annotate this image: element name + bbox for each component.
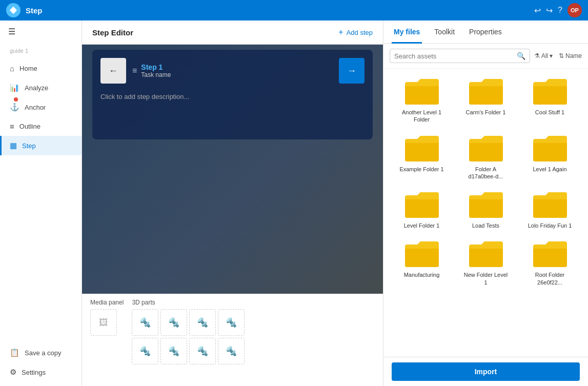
import-button[interactable]: Import bbox=[392, 362, 580, 381]
folder-icon bbox=[468, 77, 504, 106]
back-icon: ← bbox=[109, 66, 118, 76]
parts-panel-section: 3D parts 🔩 🔩 🔩 🔩 🔩 🔩 🔩 🔩 bbox=[132, 299, 245, 381]
folder-item[interactable]: Root Folder 26e0f22... bbox=[520, 237, 580, 288]
folder-name: Carm's Folder 1 bbox=[466, 109, 506, 116]
save-copy-icon: 📋 bbox=[10, 348, 19, 357]
folder-icon bbox=[532, 190, 568, 219]
folder-icon bbox=[404, 190, 440, 219]
sidebar-item-label: Analyze bbox=[25, 84, 48, 92]
search-input[interactable] bbox=[394, 52, 514, 60]
home-icon: ⌂ bbox=[10, 64, 14, 73]
folder-icon bbox=[404, 77, 440, 106]
step-task-name: Task name bbox=[141, 71, 171, 78]
folder-name: Root Folder 26e0f22... bbox=[527, 271, 573, 286]
forward-button[interactable]: → bbox=[339, 58, 364, 84]
folder-icon bbox=[468, 134, 504, 162]
parts-item-8[interactable]: 🔩 bbox=[218, 338, 245, 364]
sidebar-item-settings[interactable]: ⚙ Settings bbox=[0, 362, 82, 382]
part-icon-5: 🔩 bbox=[139, 346, 151, 357]
sidebar-settings-label: Settings bbox=[22, 369, 46, 376]
sidebar-item-save-copy[interactable]: 📋 Save a copy bbox=[0, 343, 82, 362]
parts-label: 3D parts bbox=[132, 299, 245, 306]
back-button[interactable]: ← bbox=[100, 58, 126, 84]
step-card: ← ≡ Step 1 Task name → Click to add step… bbox=[92, 50, 373, 139]
parts-item-2[interactable]: 🔩 bbox=[160, 309, 187, 336]
add-step-label: Add step bbox=[347, 29, 373, 36]
anchor-dot bbox=[14, 97, 18, 101]
plus-icon: + bbox=[338, 28, 343, 37]
tab-toolkit[interactable]: Toolkit bbox=[432, 21, 457, 44]
user-avatar[interactable]: OP bbox=[567, 3, 582, 17]
editor-header: Step Editor + Add step bbox=[82, 21, 383, 45]
svg-point-0 bbox=[11, 8, 15, 12]
sidebar-item-outline[interactable]: ≡ Outline bbox=[0, 117, 82, 136]
panel-tabs: My files Toolkit Properties bbox=[383, 21, 588, 44]
media-panel-label: Media panel bbox=[90, 299, 124, 306]
part-icon-3: 🔩 bbox=[197, 317, 208, 328]
sidebar: ☰ guide 1 ⌂ Home 📊 Analyze ⚓ Anchor ≡ Ou… bbox=[0, 21, 82, 386]
folder-item[interactable]: Load Tests bbox=[456, 188, 516, 231]
folder-icon bbox=[404, 134, 440, 162]
folder-item[interactable]: Manufacturing bbox=[392, 237, 452, 288]
folder-item[interactable]: Another Level 1 Folder bbox=[392, 75, 452, 126]
folder-name: Load Tests bbox=[472, 222, 499, 229]
folder-name: Level Folder 1 bbox=[404, 222, 440, 229]
step-canvas: ← ≡ Step 1 Task name → Click to add step… bbox=[82, 45, 383, 386]
app-logo bbox=[6, 3, 21, 17]
center-content: Step Editor + Add step ← ≡ Step 1 Tas bbox=[82, 21, 383, 386]
parts-item-3[interactable]: 🔩 bbox=[189, 309, 216, 336]
tab-properties[interactable]: Properties bbox=[467, 21, 504, 44]
redo-icon[interactable]: ↪ bbox=[546, 6, 553, 15]
folder-name: Level 1 Again bbox=[533, 166, 566, 173]
folder-item[interactable]: New Folder Level 1 bbox=[456, 237, 516, 288]
parts-item-1[interactable]: 🔩 bbox=[132, 309, 158, 336]
step-list-icon: ≡ bbox=[132, 66, 137, 75]
filter-dropdown-icon: ▾ bbox=[550, 52, 553, 59]
part-icon-2: 🔩 bbox=[168, 317, 179, 328]
parts-item-4[interactable]: 🔩 bbox=[218, 309, 245, 336]
folder-item[interactable]: Level 1 Again bbox=[520, 132, 580, 182]
parts-item-7[interactable]: 🔩 bbox=[189, 338, 216, 364]
filter-all-button[interactable]: ⚗ All ▾ bbox=[534, 52, 553, 59]
search-icon: 🔍 bbox=[517, 52, 525, 60]
folder-item[interactable]: Carm's Folder 1 bbox=[456, 75, 516, 126]
help-icon[interactable]: ? bbox=[558, 6, 562, 15]
tab-my-files[interactable]: My files bbox=[392, 21, 422, 44]
parts-item-6[interactable]: 🔩 bbox=[160, 338, 187, 364]
folder-item[interactable]: Level Folder 1 bbox=[392, 188, 452, 231]
step-number: Step 1 bbox=[141, 63, 171, 71]
anchor-icon: ⚓ bbox=[10, 103, 19, 112]
filter-name-button[interactable]: ⇅ Name bbox=[559, 52, 582, 59]
folder-item[interactable]: Lolo Friday Fun 1 bbox=[520, 188, 580, 231]
folder-item[interactable]: Folder A d17a0bee-d... bbox=[456, 132, 516, 182]
add-step-button[interactable]: + Add step bbox=[338, 28, 373, 37]
part-icon-8: 🔩 bbox=[226, 346, 237, 357]
sidebar-item-home[interactable]: ⌂ Home bbox=[0, 59, 82, 78]
step-info: ≡ Step 1 Task name bbox=[126, 63, 339, 78]
media-panel-section: Media panel 🖼 bbox=[90, 299, 124, 381]
step-description[interactable]: Click to add step description... bbox=[100, 89, 364, 131]
sidebar-item-anchor[interactable]: ⚓ Anchor bbox=[0, 97, 82, 117]
folder-name: New Folder Level 1 bbox=[463, 271, 509, 286]
search-row: 🔍 ⚗ All ▾ ⇅ Name bbox=[383, 44, 588, 69]
folder-item[interactable]: Example Folder 1 bbox=[392, 132, 452, 182]
sidebar-item-analyze[interactable]: 📊 Analyze bbox=[0, 78, 82, 97]
sidebar-item-step[interactable]: ▦ Step bbox=[0, 136, 82, 155]
folder-name: Folder A d17a0bee-d... bbox=[463, 166, 509, 180]
undo-icon[interactable]: ↩ bbox=[534, 6, 541, 15]
analyze-icon: 📊 bbox=[10, 83, 19, 92]
folder-icon bbox=[532, 239, 568, 268]
folder-icon bbox=[404, 239, 440, 268]
folder-item[interactable]: Cool Stuff 1 bbox=[520, 75, 580, 126]
file-grid: Another Level 1 Folder Carm's Folder 1 C… bbox=[383, 69, 588, 357]
topbar-actions: ↩ ↪ ? OP bbox=[534, 3, 582, 17]
part-icon-1: 🔩 bbox=[139, 317, 151, 328]
sidebar-item-label: Step bbox=[22, 142, 36, 150]
folder-icon bbox=[468, 239, 504, 268]
sidebar-toggle[interactable]: ☰ bbox=[0, 21, 82, 43]
media-panel-item[interactable]: 🖼 bbox=[90, 309, 117, 336]
parts-item-5[interactable]: 🔩 bbox=[132, 338, 158, 364]
folder-name: Cool Stuff 1 bbox=[535, 109, 564, 116]
editor-title: Step Editor bbox=[92, 28, 338, 37]
bottom-panels: Media panel 🖼 3D parts 🔩 🔩 🔩 🔩 🔩 bbox=[82, 294, 383, 386]
